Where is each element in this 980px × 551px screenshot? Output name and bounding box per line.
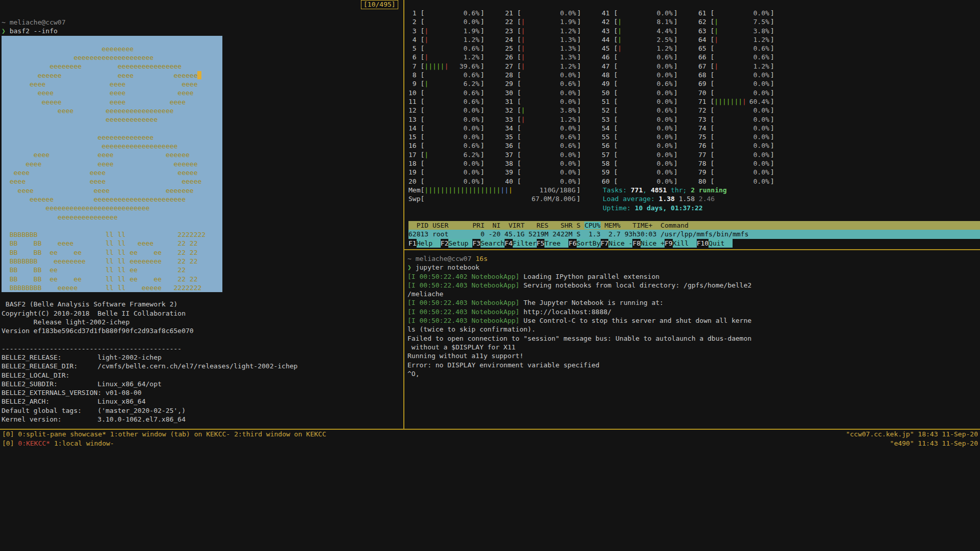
- tmux-status-area: [0] 0:split-pane showcase* 1:other windo…: [0, 429, 980, 448]
- segment-0: Uptime:: [603, 204, 635, 212]
- segment-1: 771: [631, 186, 643, 194]
- log-line: [I 00:50:22.403 NotebookApp] The Jupyter…: [407, 298, 980, 307]
- log-line: [I 00:50:22.403 NotebookApp] Use Control…: [407, 316, 980, 325]
- htop-summary: Tasks: 771, 4851 thr; 2 running Load ave…: [603, 186, 727, 212]
- cpu-meter-23: 23 [|1.2%]: [505, 27, 602, 35]
- fkey-f9[interactable]: F9: [665, 239, 673, 248]
- memory-meter-ticks: ||||||||||||||||||||||: [424, 186, 512, 194]
- fkey-f1[interactable]: F1: [408, 239, 417, 248]
- fkey-label-f1[interactable]: Help: [417, 239, 441, 248]
- fkey-f2[interactable]: F2: [441, 239, 449, 248]
- cpu-meter-24: 24 [|1.3%]: [505, 35, 602, 44]
- cpu-meter-33: 33 [|1.2%]: [505, 115, 602, 124]
- cpu-meter-56: 56 [0.0%]: [602, 141, 698, 150]
- fkey-label-f5[interactable]: Tree: [544, 239, 568, 248]
- load-average: Load average: 1.38 1.58 2.46: [603, 194, 727, 203]
- segment-3[interactable]: 2:third window on KEKCC: [234, 430, 326, 438]
- segment-1[interactable]: 0:split-pane showcase*: [18, 430, 110, 438]
- fkey-f8[interactable]: F8: [632, 239, 641, 248]
- cpu-meter-8: 8 [0.6%]: [408, 71, 505, 79]
- cpu-meter-16: 16 [0.6%]: [408, 141, 505, 150]
- cpu-meter-59: 59 [0.0%]: [602, 168, 698, 177]
- cpu-meter-68: 68 [0.0%]: [698, 71, 795, 79]
- segment-0[interactable]: [0]: [2, 430, 18, 438]
- swap-meter-text: 67.0M/8.00G: [532, 194, 576, 203]
- cpu-meter-79: 79 [0.0%]: [698, 168, 795, 177]
- log-line: ^O,: [407, 369, 980, 378]
- command-basf2: [6, 27, 10, 35]
- sort-column-cpu[interactable]: CPU%: [584, 222, 600, 229]
- cpu-meter-46: 46 [0.6%]: [602, 53, 698, 61]
- shell-pane-basf2[interactable]: ~ meliache@ccw07 ❯ basf2 --info eeeeeeee…: [0, 0, 403, 429]
- cpu-meter-6: 6 [|1.2%]: [408, 53, 505, 61]
- swap-meter: Swp[67.0M/8.00G]: [408, 194, 603, 203]
- cpu-meter-15: 15 [0.0%]: [408, 133, 505, 141]
- cpu-meter-55: 55 [0.0%]: [602, 133, 698, 141]
- fkey-label-f10[interactable]: Quit: [709, 239, 733, 248]
- fkey-label-f7[interactable]: Nice -: [608, 239, 632, 248]
- jupyter-log: [I 00:50:22.402 NotebookApp] Loading IPy…: [407, 272, 980, 379]
- shell-pane-jupyter[interactable]: ~ meliache@ccw0716s ❯ jupyter notebook […: [404, 250, 980, 429]
- fkey-label-f6[interactable]: SortBy: [577, 239, 601, 248]
- fkey-bar: F1Help F2Setup F3SearchF4FilterF5Tree F6…: [408, 239, 980, 248]
- segment-0[interactable]: [0]: [2, 439, 18, 447]
- cpu-meter-19: 19 [0.0%]: [408, 168, 505, 177]
- cpu-meter-29: 29 [0.6%]: [505, 79, 602, 88]
- segment-3: 4851: [651, 186, 667, 194]
- screen-filler: [0, 448, 980, 551]
- fkey-f3[interactable]: F3: [472, 239, 481, 248]
- cpu-meter-72: 72 [0.0%]: [698, 106, 795, 115]
- htop-pane[interactable]: 1 [0.6%]2 [0.0%]3 [|1.9%]4 [|1.2%]5 [0.6…: [404, 0, 980, 249]
- prompt-line-left: ❯ basf2 --info: [2, 27, 403, 35]
- cpu-meter-75: 75 [0.0%]: [698, 133, 795, 141]
- cpu-meter-54: 54 [0.0%]: [602, 124, 698, 133]
- cpu-meter-2: 2 [0.0%]: [408, 17, 505, 26]
- segment-2[interactable]: 1:other window (tab) on KEKCC-: [110, 430, 234, 438]
- cpu-meter-31: 31 [0.0%]: [505, 97, 602, 106]
- cpu-meter-61: 61 [0.0%]: [698, 9, 795, 17]
- fkey-label-f9[interactable]: Kill: [673, 239, 697, 248]
- basf2-logo-block: eeeeeeee eeeeeeeeeeeeeeeeeeee eeeeeeee e…: [2, 36, 222, 293]
- process-table-header[interactable]: PID USER PRI NI VIRT RES SHR S CPU% MEM%…: [408, 221, 980, 230]
- cpu-meter-77: 77 [0.0%]: [698, 150, 795, 159]
- status-windows-inner: [0] 0:KEKCC* 1:local window-: [2, 439, 114, 448]
- fkey-f5[interactable]: F5: [537, 239, 545, 248]
- segment-1[interactable]: 0:KEKCC*: [18, 439, 54, 447]
- log-line: [I 00:50:22.402 NotebookApp] Loading IPy…: [407, 272, 980, 281]
- cpu-meter-42: 42 [|8.1%]: [602, 17, 698, 26]
- fkey-label-f2[interactable]: Setup: [448, 239, 472, 248]
- cpu-meter-74: 74 [0.0%]: [698, 124, 795, 133]
- fkey-label-f8[interactable]: Nice +: [641, 239, 665, 248]
- fkey-label-f4[interactable]: Filter: [513, 239, 537, 248]
- htop-meters-bottom: Mem[||||||||||||||||||||||110G/188G] Swp…: [408, 186, 980, 212]
- cpu-meter-80: 80 [0.0%]: [698, 177, 795, 186]
- fkey-f6[interactable]: F6: [568, 239, 577, 248]
- cpu-meter-57: 57 [0.0%]: [602, 150, 698, 159]
- cpu-meter-13: 13 [0.0%]: [408, 115, 505, 124]
- cpu-meter-53: 53 [0.0%]: [602, 115, 698, 124]
- cpu-meter-48: 48 [0.0%]: [602, 71, 698, 79]
- cpu-meter-64: 64 [|1.2%]: [698, 35, 795, 44]
- tmux-panes: ~ meliache@ccw07 ❯ basf2 --info eeeeeeee…: [0, 0, 980, 429]
- cpu-meter-9: 9 [|6.2%]: [408, 79, 505, 88]
- prompt-line-jupyter: ❯ jupyter notebook: [407, 263, 980, 272]
- log-line: [I 00:50:22.403 NotebookApp] http://loca…: [407, 307, 980, 316]
- status-host-time-inner: "e490" 11:43 11-Sep-20: [890, 439, 978, 448]
- cpu-meter-1: 1 [0.6%]: [408, 9, 505, 17]
- cpu-meter-65: 65 [0.6%]: [698, 44, 795, 53]
- cpu-meter-39: 39 [0.0%]: [505, 168, 602, 177]
- segment-0: Load average:: [603, 195, 659, 203]
- fkey-f4[interactable]: F4: [505, 239, 513, 248]
- cpu-meter-34: 34 [0.0%]: [505, 124, 602, 133]
- cpu-meter-40: 40 [0.0%]: [505, 177, 602, 186]
- uptime: Uptime: 10 days, 01:37:22: [603, 204, 727, 212]
- fkey-f10[interactable]: F10: [697, 239, 709, 248]
- cpu-meter-5: 5 [0.6%]: [408, 44, 505, 53]
- fkey-f7[interactable]: F7: [601, 239, 609, 248]
- basf2-info-output: BASF2 (Belle Analysis Software Framework…: [2, 300, 403, 424]
- segment-2[interactable]: 1:local window-: [54, 439, 114, 447]
- cpu-meter-30: 30 [0.0%]: [505, 89, 602, 97]
- fkey-label-f3[interactable]: Search: [481, 239, 505, 248]
- cpu-meter-60: 60 [0.0%]: [602, 177, 698, 186]
- process-row[interactable]: 62813 root 0 -20 45.1G 5219M 2422M S 1.3…: [408, 230, 980, 238]
